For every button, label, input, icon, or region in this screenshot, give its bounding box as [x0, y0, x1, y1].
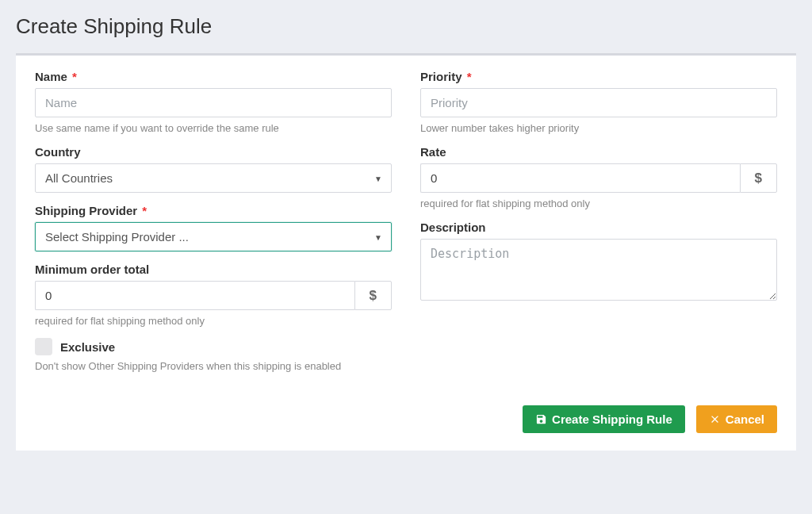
- label-description: Description: [420, 221, 777, 234]
- cancel-button[interactable]: Cancel: [696, 405, 777, 433]
- required-marker: *: [72, 70, 77, 83]
- label-exclusive: Exclusive: [60, 340, 115, 354]
- field-min-order: Minimum order total $ required for flat …: [35, 263, 392, 327]
- field-priority: Priority * Lower number takes higher pri…: [420, 70, 777, 134]
- name-input[interactable]: [35, 88, 392, 117]
- label-country: Country: [35, 145, 392, 159]
- exclusive-checkbox[interactable]: [35, 338, 52, 355]
- required-marker: *: [142, 204, 147, 217]
- min-order-input[interactable]: [35, 281, 354, 310]
- field-country: Country All Countries ▼: [35, 145, 392, 193]
- label-priority: Priority *: [420, 70, 777, 83]
- create-shipping-rule-button[interactable]: Create Shipping Rule: [523, 405, 685, 433]
- save-icon: [535, 413, 547, 425]
- country-select[interactable]: All Countries: [35, 163, 392, 193]
- field-rate: Rate $ required for flat shipping method…: [420, 145, 777, 209]
- help-min-order: required for flat shipping method only: [35, 315, 392, 327]
- page-title: Create Shipping Rule: [16, 14, 796, 39]
- close-icon: [709, 413, 721, 425]
- currency-addon: $: [740, 163, 777, 193]
- form-card: Name * Use same name if you want to over…: [16, 53, 796, 451]
- label-provider: Shipping Provider *: [35, 204, 392, 217]
- label-min-order: Minimum order total: [35, 263, 392, 276]
- label-name: Name *: [35, 70, 392, 83]
- column-left: Name * Use same name if you want to over…: [35, 70, 392, 383]
- shipping-provider-select[interactable]: Select Shipping Provider ...: [35, 222, 392, 251]
- rate-input[interactable]: [420, 163, 740, 193]
- column-right: Priority * Lower number takes higher pri…: [420, 70, 777, 383]
- help-rate: required for flat shipping method only: [420, 198, 777, 209]
- field-name: Name * Use same name if you want to over…: [35, 70, 392, 134]
- cancel-button-label: Cancel: [726, 412, 764, 426]
- help-name: Use same name if you want to override th…: [35, 122, 392, 134]
- create-button-label: Create Shipping Rule: [552, 412, 672, 426]
- help-exclusive: Don't show Other Shipping Providers when…: [35, 360, 392, 372]
- description-textarea[interactable]: [420, 239, 777, 301]
- field-exclusive: Exclusive Don't show Other Shipping Prov…: [35, 338, 392, 372]
- label-provider-text: Shipping Provider: [35, 204, 137, 217]
- label-priority-text: Priority: [420, 70, 462, 83]
- field-description: Description: [420, 221, 777, 303]
- required-marker: *: [467, 70, 472, 83]
- label-name-text: Name: [35, 70, 67, 83]
- help-priority: Lower number takes higher priority: [420, 122, 777, 134]
- form-actions: Create Shipping Rule Cancel: [35, 405, 777, 433]
- label-rate: Rate: [420, 145, 777, 159]
- field-provider: Shipping Provider * Select Shipping Prov…: [35, 204, 392, 251]
- priority-input[interactable]: [420, 88, 777, 117]
- currency-addon: $: [354, 281, 392, 310]
